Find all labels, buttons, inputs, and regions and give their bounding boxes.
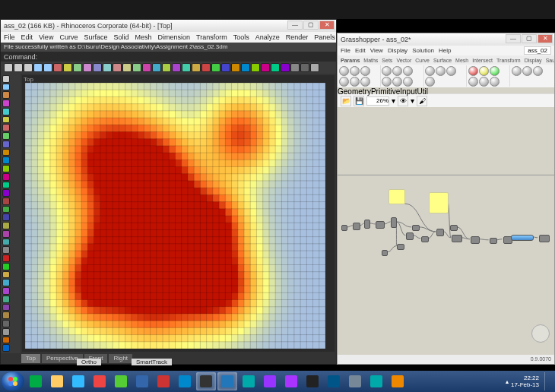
show-desktop-button[interactable] [544, 372, 550, 390]
taskbar-premiere[interactable] [281, 372, 301, 390]
rhino-side-24[interactable] [2, 271, 10, 279]
tray-arrow-icon[interactable]: ▴ [506, 378, 509, 385]
taskbar-chrome[interactable] [90, 372, 109, 390]
rhino-tool-10[interactable] [103, 63, 112, 72]
gh-component-3-3[interactable] [468, 77, 478, 87]
gh-tab-vector[interactable]: Vector [396, 58, 411, 63]
taskbar-ie[interactable] [68, 372, 88, 390]
rhino-side-9[interactable] [2, 149, 10, 156]
rhino-tool-22[interactable] [221, 63, 230, 72]
gh-canvas[interactable] [338, 107, 554, 355]
taskbar-rhino[interactable] [196, 372, 216, 390]
gh-tab-surface[interactable]: Surface [433, 58, 452, 63]
gh-component-1-0[interactable] [382, 66, 392, 76]
rhino-side-20[interactable] [2, 239, 10, 246]
zoom-dropdown-icon[interactable]: ▾ [392, 96, 395, 105]
taskbar-max[interactable] [366, 372, 386, 390]
gh-component-1-3[interactable] [382, 77, 392, 87]
rhino-tool-14[interactable] [142, 63, 151, 72]
rhino-command-line[interactable]: Command: [1, 52, 336, 62]
rhino-tool-7[interactable] [73, 63, 82, 72]
taskbar-photoshop[interactable] [239, 372, 258, 390]
gh-min-button[interactable]: — [506, 34, 521, 43]
gh-component-4-0[interactable] [512, 66, 522, 76]
taskbar-artlantis[interactable] [154, 372, 173, 390]
rhino-menu-curve[interactable]: Curve [59, 33, 78, 41]
rhino-menu-render[interactable]: Render [286, 33, 309, 41]
gh-component-3-4[interactable] [479, 77, 489, 87]
ribbon-section-geometry[interactable]: Geometry [338, 87, 371, 93]
rhino-side-1[interactable] [2, 84, 10, 91]
rhino-menu-transform[interactable]: Transform [196, 33, 227, 41]
rhino-tool-18[interactable] [182, 63, 191, 72]
rhino-side-13[interactable] [2, 182, 10, 189]
rhino-side-14[interactable] [2, 189, 10, 197]
rhino-max-button[interactable]: ▢ [303, 21, 319, 30]
gh-component-1-5[interactable] [403, 77, 413, 87]
gh-menu-help[interactable]: Help [439, 47, 451, 54]
taskbar-earth[interactable] [132, 372, 152, 390]
gh-menu-display[interactable]: Display [388, 47, 408, 54]
rhino-min-button[interactable]: — [287, 21, 303, 30]
rhino-tool-30[interactable] [300, 63, 309, 72]
gh-component-0-2[interactable] [360, 66, 370, 76]
gh-tab-sets[interactable]: Sets [382, 58, 392, 63]
rhino-side-8[interactable] [2, 141, 10, 148]
rhino-side-26[interactable] [2, 287, 10, 295]
viewport-tab-top[interactable]: Top [21, 353, 41, 364]
system-tray[interactable]: ▴ 22:22 17-Feb-13 [503, 372, 553, 390]
rhino-menu-tools[interactable]: Tools [233, 33, 249, 41]
rhino-tool-0[interactable] [4, 63, 13, 72]
rhino-tool-6[interactable] [63, 63, 72, 72]
gh-zoom-field[interactable] [366, 96, 389, 106]
gh-component-0-0[interactable] [339, 66, 349, 76]
gh-tab-mesh[interactable]: Mesh [455, 58, 468, 63]
start-button[interactable] [2, 372, 24, 390]
gh-node-2[interactable] [364, 220, 370, 229]
rhino-side-19[interactable] [2, 230, 10, 238]
rhino-tool-16[interactable] [162, 63, 171, 72]
gh-node-9[interactable] [412, 225, 420, 231]
rhino-command-input[interactable] [40, 53, 333, 61]
rhino-side-30[interactable] [2, 320, 10, 327]
gh-node-17[interactable] [539, 235, 550, 242]
gh-component-2-0[interactable] [425, 66, 435, 76]
gh-tab-transform[interactable]: Transform [496, 58, 521, 63]
gh-component-0-5[interactable] [360, 77, 370, 87]
gh-component-4-2[interactable] [533, 66, 543, 76]
rhino-tool-29[interactable] [290, 63, 300, 72]
gh-menu-edit[interactable]: Edit [355, 47, 366, 54]
rhino-viewport-top[interactable]: Top [22, 75, 335, 352]
rhino-close-button[interactable]: ✕ [319, 21, 335, 30]
gh-node-18[interactable] [397, 244, 404, 250]
taskbar-clock[interactable]: 22:22 17-Feb-13 [511, 375, 539, 388]
rhino-side-16[interactable] [2, 206, 10, 213]
gh-node-12[interactable] [450, 225, 458, 231]
preview-dropdown-icon[interactable]: ▾ [411, 96, 414, 105]
rhino-tool-13[interactable] [132, 63, 141, 72]
rhino-tool-2[interactable] [24, 63, 33, 72]
rhino-menu-dimension[interactable]: Dimension [157, 33, 190, 41]
rhino-tool-23[interactable] [231, 63, 240, 72]
gh-component-2-3[interactable] [425, 77, 435, 87]
gh-node-7[interactable] [406, 232, 414, 240]
gh-component-4-1[interactable] [522, 66, 532, 76]
taskbar-aftereffects[interactable] [260, 372, 280, 390]
rhino-menu-file[interactable]: File [4, 33, 15, 41]
gh-menu-view[interactable]: View [370, 47, 383, 54]
rhino-tool-12[interactable] [122, 63, 132, 72]
taskbar-realflow[interactable] [345, 372, 365, 390]
gh-component-3-0[interactable] [468, 66, 478, 76]
taskbar-revit[interactable] [175, 372, 195, 390]
gh-sketch-icon[interactable]: 🖌 [417, 96, 427, 106]
rhino-side-6[interactable] [2, 124, 10, 131]
rhino-side-21[interactable] [2, 246, 10, 254]
gh-node-10[interactable] [436, 229, 444, 236]
gh-compass-icon[interactable] [531, 324, 550, 343]
rhino-tool-31[interactable] [310, 63, 319, 72]
rhino-tool-27[interactable] [271, 63, 280, 72]
gh-component-0-4[interactable] [350, 77, 360, 87]
rhino-tool-26[interactable] [261, 63, 270, 72]
rhino-side-29[interactable] [2, 311, 10, 319]
gh-component-3-1[interactable] [479, 66, 489, 76]
